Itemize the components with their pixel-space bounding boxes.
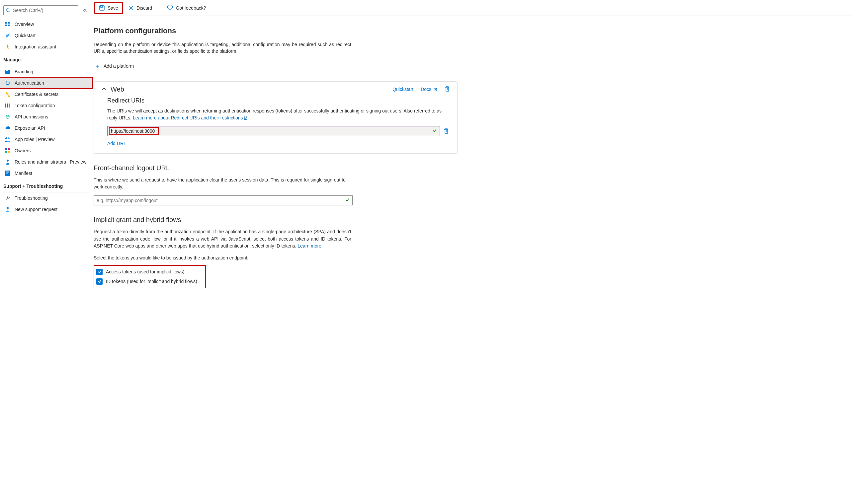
check-icon xyxy=(432,128,437,134)
svg-rect-7 xyxy=(6,70,7,71)
logout-url-input-wrap[interactable] xyxy=(94,195,353,205)
svg-rect-5 xyxy=(8,24,10,26)
sidebar-item-token-configuration[interactable]: Token configuration xyxy=(0,100,93,111)
delete-uri-button[interactable] xyxy=(442,128,450,134)
card-title: Web xyxy=(110,86,389,93)
svg-rect-19 xyxy=(8,151,10,152)
sidebar-item-label: Troubleshooting xyxy=(15,195,48,201)
sidebar-item-label: Overview xyxy=(15,22,34,27)
search-input[interactable] xyxy=(12,6,78,15)
discard-button-label: Discard xyxy=(137,5,152,11)
checkbox-label: Access tokens (used for implicit flows) xyxy=(106,269,185,274)
svg-rect-10 xyxy=(5,104,6,108)
sidebar-item-quickstart[interactable]: Quickstart xyxy=(0,30,93,41)
svg-rect-11 xyxy=(7,104,8,108)
delete-platform-button[interactable] xyxy=(445,86,450,93)
id-tokens-checkbox[interactable]: ID tokens (used for implicit and hybrid … xyxy=(95,277,198,286)
collapse-card-button[interactable] xyxy=(101,86,107,93)
svg-point-25 xyxy=(7,207,8,209)
sidebar-item-certificates-secrets[interactable]: Certificates & secrets xyxy=(0,89,93,100)
sidebar-item-integration-assistant[interactable]: Integration assistant xyxy=(0,41,93,52)
sidebar-group-manage: Manage xyxy=(0,52,93,65)
trash-icon xyxy=(444,128,449,134)
plus-icon: ＋ xyxy=(94,62,100,70)
svg-point-0 xyxy=(6,8,9,12)
sidebar-item-label: Manifest xyxy=(15,170,32,176)
sidebar-item-label: New support request xyxy=(15,207,57,212)
discard-button[interactable]: Discard xyxy=(124,2,156,14)
token-checkbox-group: Access tokens (used for implicit flows) … xyxy=(94,265,206,288)
redirect-uri-input-wrap[interactable] xyxy=(107,126,440,136)
logout-url-input[interactable] xyxy=(94,198,352,203)
sidebar-item-label: Roles and administrators | Preview xyxy=(15,159,86,165)
sidebar-item-label: Quickstart xyxy=(15,33,36,38)
overview-icon xyxy=(5,21,11,27)
sidebar-item-troubleshooting[interactable]: Troubleshooting xyxy=(0,193,93,204)
svg-point-14 xyxy=(5,137,7,139)
page-description: Depending on the platform or device this… xyxy=(94,41,351,55)
svg-rect-22 xyxy=(6,172,9,172)
wrench-icon xyxy=(5,195,11,201)
rocket-icon xyxy=(5,44,11,50)
search-box[interactable] xyxy=(3,5,78,15)
sidebar-item-branding[interactable]: Branding xyxy=(0,66,93,77)
redirect-uris-heading: Redirect URIs xyxy=(107,97,450,104)
redirect-uris-desc: The URIs we will accept as destinations … xyxy=(107,108,450,122)
api-permissions-icon xyxy=(5,114,11,120)
add-platform-button[interactable]: ＋ Add a platform xyxy=(94,60,135,72)
svg-rect-2 xyxy=(5,22,7,23)
heart-icon xyxy=(167,5,173,11)
key-icon xyxy=(5,91,11,97)
feedback-button[interactable]: Got feedback? xyxy=(163,2,210,14)
external-link-icon xyxy=(433,88,437,92)
sidebar-item-overview[interactable]: Overview xyxy=(0,19,93,30)
sidebar-item-owners[interactable]: Owners xyxy=(0,145,93,156)
app-roles-icon xyxy=(5,137,11,142)
implicit-desc: Request a token directly from the author… xyxy=(94,228,351,250)
implicit-heading: Implicit grant and hybrid flows xyxy=(94,216,847,223)
checkbox-checked-icon xyxy=(96,269,103,275)
access-tokens-checkbox[interactable]: Access tokens (used for implicit flows) xyxy=(95,267,198,277)
sidebar-item-roles-admins[interactable]: Roles and administrators | Preview xyxy=(0,156,93,167)
sidebar-item-expose-api[interactable]: Expose an API xyxy=(0,122,93,134)
authentication-icon xyxy=(5,80,11,86)
docs-link-label: Docs xyxy=(421,87,431,92)
sidebar-item-authentication[interactable]: Authentication xyxy=(0,77,93,89)
redirect-learn-more-label: Learn more about Redirect URIs and their… xyxy=(133,115,243,121)
sidebar-item-manifest[interactable]: Manifest xyxy=(0,167,93,179)
sidebar-item-new-support-request[interactable]: New support request xyxy=(0,204,93,215)
svg-rect-6 xyxy=(5,70,10,74)
chevron-up-icon xyxy=(101,86,107,92)
docs-link[interactable]: Docs xyxy=(421,87,437,92)
sidebar: Overview Quickstart Integration assistan… xyxy=(0,0,93,504)
save-button[interactable]: Save xyxy=(94,2,123,14)
implicit-select-text: Select the tokens you would like to be i… xyxy=(94,254,351,262)
add-platform-label: Add a platform xyxy=(104,64,134,69)
sidebar-item-label: Expose an API xyxy=(15,125,45,131)
web-platform-card: Web Quickstart Docs Redirect URIs xyxy=(94,81,457,154)
add-uri-link[interactable]: Add URI xyxy=(107,141,125,146)
sidebar-item-label: Authentication xyxy=(15,80,44,86)
sidebar-item-label: Integration assistant xyxy=(15,44,56,50)
redirect-uri-input[interactable] xyxy=(110,128,430,134)
svg-rect-24 xyxy=(6,174,8,174)
svg-rect-27 xyxy=(101,6,103,7)
sidebar-item-app-roles[interactable]: App roles | Preview xyxy=(0,134,93,145)
svg-line-1 xyxy=(9,11,10,13)
collapse-sidebar-button[interactable] xyxy=(81,6,89,15)
sidebar-item-label: Branding xyxy=(15,69,33,74)
svg-point-20 xyxy=(7,160,8,162)
toolbar-separator xyxy=(159,5,159,11)
roles-admins-icon xyxy=(5,159,11,165)
implicit-learn-more-link[interactable]: Learn more. xyxy=(297,243,323,249)
redirect-learn-more-link[interactable]: Learn more about Redirect URIs and their… xyxy=(133,115,247,121)
toolbar: Save Discard Got feedback? xyxy=(93,0,852,16)
svg-rect-23 xyxy=(6,173,9,173)
quickstart-link[interactable]: Quickstart xyxy=(393,87,413,92)
sidebar-item-label: Certificates & secrets xyxy=(15,92,58,97)
svg-rect-3 xyxy=(8,22,10,23)
sidebar-item-api-permissions[interactable]: API permissions xyxy=(0,111,93,122)
svg-point-15 xyxy=(7,137,10,139)
sidebar-group-support: Support + Troubleshooting xyxy=(0,179,93,191)
close-icon xyxy=(128,5,134,11)
